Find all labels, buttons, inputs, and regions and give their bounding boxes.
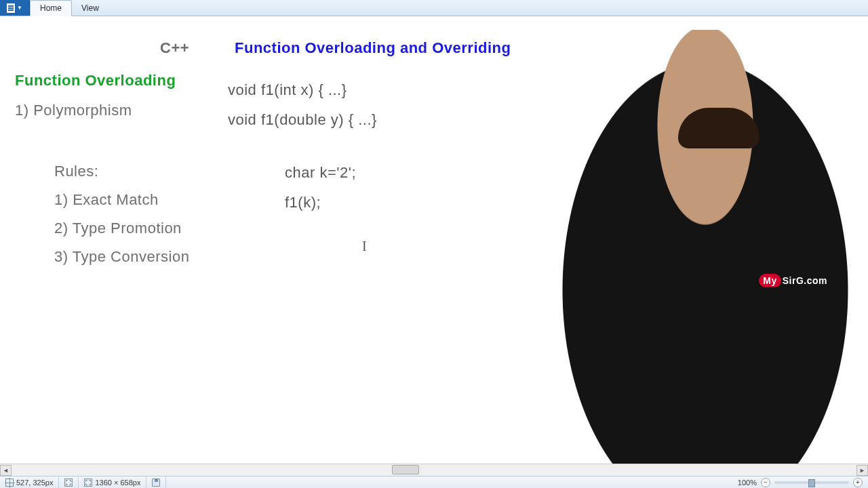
status-cursor-position: 527, 325px — [0, 476, 59, 488]
ribbon-bar: ▼ Home View — [0, 0, 868, 16]
document-icon — [7, 3, 15, 13]
rules-heading: Rules: — [54, 163, 98, 180]
cursor-pos-value: 527, 325px — [16, 479, 53, 487]
horizontal-scrollbar[interactable]: ◄ ► — [0, 464, 868, 476]
section-heading: Function Overloading — [15, 72, 176, 89]
selection-icon — [64, 479, 73, 487]
zoom-out-button[interactable]: − — [761, 478, 770, 487]
status-file-size — [146, 476, 166, 488]
status-canvas-size: 1360 × 658px — [79, 476, 146, 488]
canvas-dims-value: 1360 × 658px — [95, 479, 140, 487]
language-label: C++ — [160, 39, 189, 57]
scroll-right-button[interactable]: ► — [856, 465, 868, 476]
rule-exact-match: 1) Exact Match — [54, 191, 159, 209]
logo-prefix: My — [759, 274, 781, 287]
zoom-slider[interactable] — [774, 481, 849, 484]
code-line-3: char k='2'; — [285, 164, 356, 182]
zoom-level-label: 100% — [738, 479, 757, 487]
zoom-in-button[interactable]: + — [853, 478, 863, 487]
code-line-2: void f1(double y) { ...} — [228, 111, 377, 129]
scroll-track[interactable] — [12, 465, 856, 476]
app-menu-button[interactable]: ▼ — [0, 0, 30, 16]
scroll-thumb[interactable] — [392, 465, 419, 474]
shirt-logo: My SirG.com — [759, 274, 827, 287]
slide-title: Function Overloading and Overriding — [235, 39, 511, 57]
presenter-figure: My SirG.com — [542, 30, 868, 464]
status-selection-size — [59, 476, 79, 488]
ribbon-tab-home[interactable]: Home — [30, 0, 72, 16]
text-caret-icon: I — [362, 239, 367, 254]
crosshair-icon — [5, 479, 14, 487]
slide-content: C++ Function Overloading and Overriding … — [0, 16, 868, 464]
disk-icon — [152, 479, 160, 487]
zoom-controls: 100% − + — [732, 478, 868, 487]
scroll-left-button[interactable]: ◄ — [0, 465, 12, 476]
code-line-1: void f1(int x) { ...} — [228, 81, 347, 99]
code-line-4: f1(k); — [285, 194, 321, 211]
bullet-polymorphism: 1) Polymorphism — [15, 102, 132, 119]
rule-type-conversion: 3) Type Conversion — [54, 248, 189, 266]
ribbon-tab-view[interactable]: View — [72, 0, 108, 16]
document-canvas[interactable]: C++ Function Overloading and Overriding … — [0, 16, 868, 464]
status-bar: 527, 325px 1360 × 658px 100% − + — [0, 476, 868, 488]
dimensions-icon — [84, 479, 92, 487]
rule-type-promotion: 2) Type Promotion — [54, 220, 182, 237]
logo-suffix: SirG.com — [783, 275, 827, 286]
chevron-down-icon: ▼ — [17, 5, 22, 11]
